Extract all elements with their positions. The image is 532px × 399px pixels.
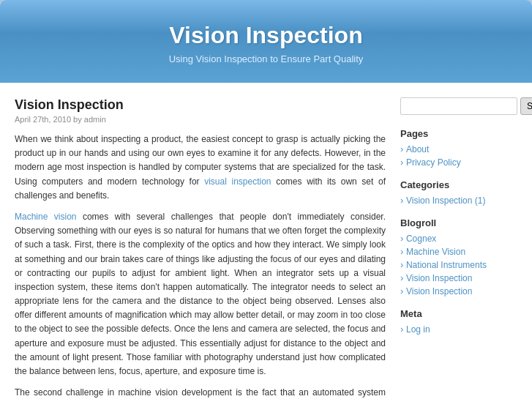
list-item: National Instruments bbox=[400, 259, 517, 270]
category-vision-inspection-link[interactable]: Vision Inspection (1) bbox=[406, 195, 486, 206]
list-item: Machine Vision bbox=[400, 246, 517, 257]
sidebar-pages-title: Pages bbox=[400, 128, 517, 139]
list-item: Vision Inspection (1) bbox=[400, 195, 517, 206]
post-paragraph-3: The second challenge in machine vision d… bbox=[15, 386, 386, 399]
post-paragraph-2: Machine vision comes with several challe… bbox=[15, 210, 386, 379]
main-content: Vision Inspection April 27th, 2010 by ad… bbox=[15, 97, 386, 399]
list-item: About bbox=[400, 143, 517, 154]
sidebar-meta-title: Meta bbox=[400, 308, 517, 319]
page-wrapper: Vision Inspection Using Vision Inspectio… bbox=[0, 0, 532, 399]
site-title: Vision Inspection bbox=[15, 22, 517, 49]
machine-vision-link[interactable]: Machine vision bbox=[15, 212, 76, 222]
site-tagline: Using Vision Inspection to Ensure Part Q… bbox=[15, 53, 517, 64]
post-paragraph-1: When we think about inspecting a product… bbox=[15, 133, 386, 203]
list-item: Privacy Policy bbox=[400, 157, 517, 168]
sidebar-meta-list: Log in bbox=[400, 324, 517, 335]
content-area: Vision Inspection April 27th, 2010 by ad… bbox=[0, 83, 532, 399]
sidebar-categories-list: Vision Inspection (1) bbox=[400, 195, 517, 206]
search-button[interactable]: Search bbox=[520, 97, 532, 115]
visual-inspection-link[interactable]: visual inspection bbox=[204, 176, 271, 187]
list-item: Vision Inspection bbox=[400, 286, 517, 297]
meta-login-link[interactable]: Log in bbox=[406, 324, 430, 335]
search-input[interactable] bbox=[400, 97, 517, 115]
post-title: Vision Inspection bbox=[15, 97, 386, 113]
blogroll-cognex-link[interactable]: Cognex bbox=[406, 234, 436, 244]
sidebar-pages: Pages About Privacy Policy bbox=[400, 128, 517, 168]
sidebar-blogroll: Blogroll Cognex Machine Vision National … bbox=[400, 217, 517, 297]
list-item: Log in bbox=[400, 324, 517, 335]
sidebar: Search Pages About Privacy Policy Catego… bbox=[400, 97, 517, 399]
list-item: Vision Inspection bbox=[400, 272, 517, 283]
sidebar-categories: Categories Vision Inspection (1) bbox=[400, 179, 517, 206]
sidebar-blogroll-list: Cognex Machine Vision National Instrumen… bbox=[400, 233, 517, 297]
pages-about-link[interactable]: About bbox=[406, 144, 429, 154]
search-widget: Search bbox=[400, 97, 517, 115]
blogroll-vision-inspection-2-link[interactable]: Vision Inspection bbox=[406, 286, 473, 297]
sidebar-meta: Meta Log in bbox=[400, 308, 517, 335]
post-meta: April 27th, 2010 by admin bbox=[15, 115, 386, 124]
list-item: Cognex bbox=[400, 233, 517, 244]
pages-privacy-link[interactable]: Privacy Policy bbox=[406, 157, 461, 168]
sidebar-categories-title: Categories bbox=[400, 179, 517, 190]
site-header: Vision Inspection Using Vision Inspectio… bbox=[0, 0, 532, 83]
blogroll-machine-vision-link[interactable]: Machine Vision bbox=[406, 247, 465, 257]
sidebar-blogroll-title: Blogroll bbox=[400, 217, 517, 228]
post-body: When we think about inspecting a product… bbox=[15, 133, 386, 399]
blogroll-national-instruments-link[interactable]: National Instruments bbox=[406, 260, 487, 270]
sidebar-pages-list: About Privacy Policy bbox=[400, 143, 517, 168]
blogroll-vision-inspection-1-link[interactable]: Vision Inspection bbox=[406, 273, 473, 283]
